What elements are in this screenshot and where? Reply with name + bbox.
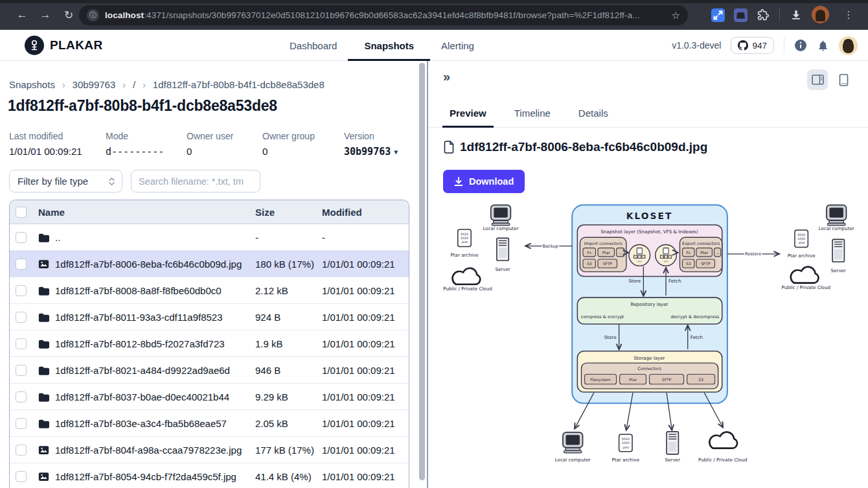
row-checkbox[interactable] (16, 445, 27, 456)
extensions-puzzle-icon[interactable] (756, 8, 770, 22)
server-icon (497, 238, 508, 261)
nav-alerting[interactable]: Alerting (440, 30, 475, 61)
svg-text:Server: Server (831, 268, 846, 273)
file-name[interactable]: 1df812ff-a7bf-8011-93a3-cdf11a9f8523 (55, 312, 223, 323)
user-avatar[interactable] (839, 36, 858, 55)
breadcrumb-snapshots[interactable]: Snapshots (9, 79, 55, 90)
column-modified[interactable]: Modified (322, 207, 409, 218)
breadcrumb-snapshot-id[interactable]: 30b99763 (73, 79, 116, 90)
row-checkbox[interactable] (16, 391, 27, 402)
github-icon (738, 40, 748, 51)
browser-refresh-button[interactable]: ↻ (61, 7, 76, 23)
file-modified: 1/01/01 00:09:21 (322, 391, 409, 402)
table-row[interactable]: 1df812ff-a7bf-804f-a98a-ccaa7978223e.jpg… (10, 437, 409, 463)
table-row[interactable]: 1df812ff-a7bf-8054-94cb-f7f2da459c5f.jpg… (10, 463, 409, 488)
svg-text:Snapshot layer (Snapshot, VFS: Snapshot layer (Snapshot, VFS & Indexes) (601, 229, 698, 235)
file-type-filter-select[interactable]: Filter by file type (9, 170, 122, 192)
svg-text:S3: S3 (587, 262, 592, 266)
table-row[interactable]: 1df812ff-a7bf-8008-8a8f-f8fbe60db0c0 2.1… (10, 277, 409, 304)
file-modified: 1/01/01 00:09:21 (322, 418, 409, 429)
column-size[interactable]: Size (255, 207, 322, 218)
server-icon (667, 432, 678, 454)
svg-text:Export connectors: Export connectors (682, 241, 720, 246)
file-type-icon (38, 259, 49, 269)
address-bar[interactable]: ⓘ localhost:4371/snapshots/30b997637012e… (79, 5, 688, 25)
extension-app-icon[interactable] (733, 8, 748, 22)
browser-forward-button[interactable]: → (38, 7, 53, 23)
file-name[interactable]: 1df812ff-a7bf-8008-8a8f-f8fbe60db0c0 (55, 285, 222, 296)
mobile-layout-icon[interactable] (833, 69, 854, 90)
svg-text:Ptar archive: Ptar archive (788, 253, 816, 259)
site-info-icon[interactable]: ⓘ (87, 9, 99, 21)
preview-tabs: Preview Timeline Details (428, 99, 868, 128)
tab-timeline[interactable]: Timeline (514, 99, 551, 127)
table-row[interactable]: .. - - (10, 224, 409, 251)
browser-profile-avatar[interactable] (812, 6, 829, 23)
version-label: v1.0.3-devel (672, 40, 721, 51)
notifications-bell-icon[interactable] (817, 40, 829, 52)
github-stars-badge[interactable]: 947 (731, 37, 774, 54)
filename-search-input[interactable] (131, 170, 260, 192)
breadcrumb-root[interactable]: / (133, 79, 135, 90)
file-name[interactable]: 1df812ff-a7bf-8012-8bd5-f2027a3fd723 (55, 338, 225, 349)
nav-dashboard[interactable]: Dashboard (288, 30, 338, 61)
file-name[interactable]: 1df812ff-a7bf-8037-b0ae-d0ec40021b44 (55, 391, 229, 402)
file-name[interactable]: 1df812ff-a7bf-8021-a484-d9922ad9ae6d (55, 365, 230, 376)
breadcrumb-current[interactable]: 1df812ff-a7bf-80b8-b4f1-dcb8e8a53de8 (153, 79, 325, 90)
extension-blue-arrow-icon[interactable] (711, 8, 725, 22)
svg-text:Store: Store (604, 334, 617, 340)
row-checkbox[interactable] (16, 259, 27, 270)
column-name[interactable]: Name (27, 207, 255, 218)
file-name[interactable]: 1df812ff-a7bf-8054-94cb-f7f2da459c5f.jpg (55, 471, 236, 482)
svg-text:Public / Private Cloud: Public / Private Cloud (698, 457, 747, 463)
brand-name: PLAKAR (50, 38, 103, 52)
download-button[interactable]: Download (443, 170, 525, 193)
browser-chrome: ← → ↻ ⓘ localhost:4371/snapshots/30b9976… (0, 0, 868, 30)
table-row[interactable]: 1df812ff-a7bf-8006-8eba-fc6b46c0b09d.jpg… (10, 251, 409, 277)
browser-back-button[interactable]: ← (14, 7, 30, 23)
tab-details[interactable]: Details (578, 99, 608, 127)
browser-top-strip (0, 0, 868, 3)
table-row[interactable]: 1df812ff-a7bf-803e-a3c4-fba5b68eae57 2.0… (10, 410, 409, 437)
file-modified: 1/01/01 00:09:21 (322, 259, 409, 270)
brand[interactable]: PLAKAR (25, 36, 103, 55)
version-dropdown[interactable]: 30b99763▼ (344, 146, 398, 157)
row-checkbox[interactable] (16, 312, 27, 323)
nav-snapshots[interactable]: Snapshots (363, 30, 415, 61)
table-row[interactable]: 1df812ff-a7bf-8012-8bd5-f2027a3fd723 1.9… (10, 331, 409, 357)
row-checkbox[interactable] (16, 285, 27, 296)
downloads-icon[interactable] (789, 8, 803, 22)
file-name[interactable]: 1df812ff-a7bf-804f-a98a-ccaa7978223e.jpg (55, 445, 242, 456)
table-row[interactable]: 1df812ff-a7bf-8011-93a3-cdf11a9f8523 924… (10, 304, 409, 331)
row-checkbox[interactable] (16, 338, 27, 349)
collapse-panel-icon[interactable]: » (443, 69, 450, 84)
table-row[interactable]: 1df812ff-a7bf-8021-a484-d9922ad9ae6d 946… (10, 357, 409, 384)
tab-preview[interactable]: Preview (450, 99, 486, 127)
left-scrollbar-thumb[interactable] (419, 63, 425, 480)
select-all-checkbox[interactable] (16, 207, 27, 218)
row-checkbox[interactable] (16, 365, 27, 376)
info-icon[interactable] (794, 39, 807, 52)
file-table-body: .. - - 1df812ff-a7bf-8006-8eba-fc6b46c0b… (10, 224, 409, 488)
meta-label: Owner user (187, 131, 262, 141)
table-row[interactable]: 1df812ff-a7bf-8037-b0ae-d0ec40021b44 9.2… (10, 384, 409, 410)
row-checkbox[interactable] (16, 418, 27, 429)
file-name[interactable]: 1df812ff-a7bf-803e-a3c4-fba5b68eae57 (55, 418, 227, 429)
file-type-icon (38, 312, 49, 322)
file-size: 9.29 kB (255, 391, 322, 402)
row-checkbox[interactable] (16, 232, 27, 243)
bookmark-star-icon[interactable]: ☆ (672, 10, 680, 21)
svg-text:Ptar: Ptar (602, 251, 610, 255)
file-name[interactable]: .. (55, 232, 60, 243)
file-size: 180 kB (17%) (255, 259, 322, 270)
url-text[interactable]: localhost:4371/snapshots/30b997637012e0d… (105, 10, 640, 20)
file-size: 177 kB (17%) (255, 445, 322, 456)
svg-text:SFTP: SFTP (603, 262, 613, 266)
file-name[interactable]: 1df812ff-a7bf-8006-8eba-fc6b46c0b09d.jpg (55, 259, 242, 270)
file-modified: 1/01/01 00:09:21 (322, 365, 409, 376)
desktop-layout-icon[interactable] (807, 69, 828, 90)
browser-menu-icon[interactable]: ⋮ (841, 7, 856, 23)
svg-text:compress & encrypt: compress & encrypt (581, 314, 624, 320)
svg-text:Repository layer: Repository layer (631, 301, 668, 307)
row-checkbox[interactable] (16, 471, 27, 482)
